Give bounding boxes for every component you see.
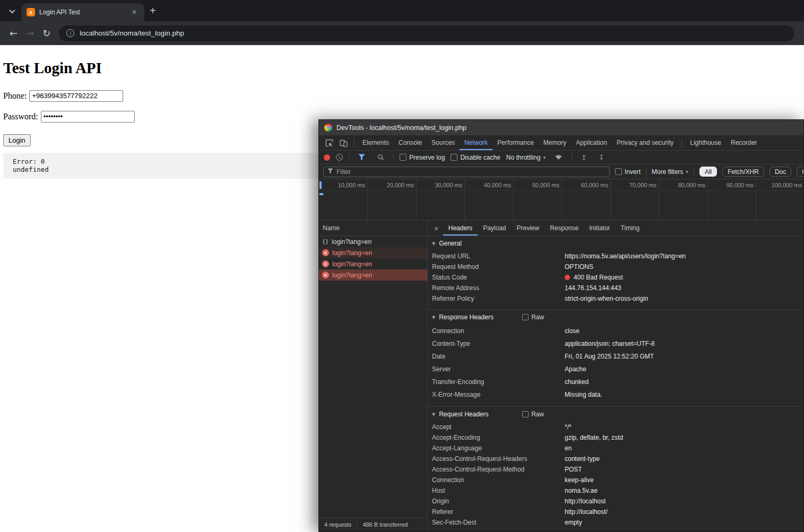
password-input[interactable]	[41, 111, 135, 123]
throttling-select[interactable]: No throttling ▾	[506, 154, 546, 161]
browser-tab[interactable]: x Login API Test ✕	[21, 3, 144, 21]
tab-title: Login API Test	[39, 8, 125, 16]
header-row: Referrer Policy strict-origin-when-cross…	[428, 293, 803, 304]
detail-tab-preview[interactable]: Preview	[512, 221, 545, 236]
section-general-header[interactable]: ▼ General	[428, 236, 803, 251]
timeline-tick: 50,000 ms	[532, 182, 561, 188]
request-row[interactable]: {} login?lang=en	[319, 236, 427, 247]
timeline-tick: 30,000 ms	[435, 182, 464, 188]
filter-chip-doc[interactable]: Doc	[770, 167, 791, 177]
section-response-headers-header[interactable]: ▼ Response Headers Raw	[428, 310, 803, 325]
tab-elements[interactable]: Elements	[358, 135, 394, 150]
response-raw-toggle[interactable]: Raw	[522, 313, 544, 321]
device-toolbar-icon[interactable]	[336, 139, 351, 147]
filter-input-box[interactable]	[323, 167, 610, 177]
detail-tab-payload[interactable]: Payload	[478, 221, 511, 236]
detail-tab-timing[interactable]: Timing	[616, 221, 645, 236]
detail-tab-headers[interactable]: Headers	[443, 221, 478, 236]
phone-label: Phone:	[3, 91, 27, 101]
forward-icon[interactable]: →	[26, 29, 34, 38]
tab-close-icon[interactable]: ✕	[129, 7, 139, 17]
divider	[646, 168, 646, 176]
filter-toggle-icon[interactable]	[355, 154, 368, 161]
divider	[572, 154, 572, 161]
devtools-window: DevTools - localhost/5v/noma/test_login.…	[318, 119, 804, 532]
new-tab-button[interactable]: +	[150, 5, 156, 17]
header-row: X-Error-Message Missing data.	[428, 388, 803, 401]
import-har-icon[interactable]: ↥	[578, 154, 590, 161]
site-info-icon[interactable]: i	[66, 29, 74, 37]
header-row: Referer http://localhost/	[428, 507, 803, 517]
requests-name-column-header[interactable]: Name	[319, 221, 427, 236]
network-conditions-icon[interactable]	[551, 154, 566, 160]
invert-toggle[interactable]: Invert	[615, 168, 641, 176]
tab-network[interactable]: Network	[460, 135, 492, 150]
phone-input[interactable]	[29, 90, 123, 102]
tab-recorder[interactable]: Recorder	[726, 135, 762, 150]
tab-performance[interactable]: Performance	[492, 135, 539, 150]
timeline-tick: 80,000 ms	[678, 182, 707, 188]
tab-memory[interactable]: Memory	[539, 135, 571, 150]
preserve-log-toggle[interactable]: Preserve log	[400, 154, 445, 161]
response-raw-checkbox[interactable]	[522, 314, 529, 320]
network-overview-timeline[interactable]: 10,000 ms 20,000 ms 30,000 ms 40,000 ms …	[319, 179, 803, 221]
clear-network-log-icon[interactable]	[336, 154, 343, 161]
divider	[349, 154, 349, 161]
address-bar[interactable]: i localhost/5v/noma/test_login.php	[59, 25, 794, 41]
tab-console[interactable]: Console	[394, 135, 427, 150]
chevron-down-icon: ▾	[686, 169, 688, 175]
json-doc-icon: {}	[322, 239, 328, 245]
tab-lighthouse[interactable]: Lighthouse	[685, 135, 726, 150]
detail-tab-initiator[interactable]: Initiator	[584, 221, 615, 236]
header-row: Request Method OPTIONS	[428, 261, 803, 272]
tab-search-button[interactable]	[5, 4, 19, 18]
devtools-titlebar[interactable]: DevTools - localhost/5v/noma/test_login.…	[319, 120, 803, 135]
network-main: Name {} login?lang=en × login?lang=en × …	[319, 221, 803, 531]
header-row: Remote Address 144.76.154.144:443	[428, 283, 803, 293]
timeline-tick: 100,000 ms	[772, 182, 803, 188]
tab-privacy-and-security[interactable]: Privacy and security	[612, 135, 678, 150]
header-row: Server Apache	[428, 363, 803, 376]
more-filters-dropdown[interactable]: More filters ▾	[652, 168, 688, 176]
disable-cache-checkbox[interactable]	[451, 154, 457, 161]
password-label: Password:	[3, 112, 38, 121]
detail-tab-response[interactable]: Response	[544, 221, 584, 236]
section-request-headers-header[interactable]: ▼ Request Headers Raw	[428, 407, 803, 422]
filter-chip-all[interactable]: All	[699, 167, 717, 177]
timeline-activity-marker	[319, 193, 323, 195]
search-icon[interactable]	[374, 154, 387, 161]
request-row[interactable]: × login?lang=en	[319, 258, 427, 269]
timeline-activity-marker	[319, 181, 322, 189]
request-raw-checkbox[interactable]	[522, 411, 529, 417]
disable-cache-toggle[interactable]: Disable cache	[451, 154, 500, 161]
header-row: Connection keep-alive	[428, 475, 803, 485]
header-row: Request URL https://noma.5v.ae/api/users…	[428, 251, 803, 261]
tab-sources[interactable]: Sources	[427, 135, 460, 150]
chevron-down-icon	[9, 7, 15, 13]
devtools-tab-bar: Elements Console Sources Network Perform…	[319, 135, 803, 151]
invert-checkbox[interactable]	[615, 168, 622, 175]
funnel-icon	[327, 168, 333, 176]
export-har-icon[interactable]: ↧	[595, 154, 607, 161]
back-icon[interactable]: ←	[10, 29, 18, 38]
xampp-favicon-icon: x	[27, 8, 35, 16]
header-row: Accept-Encoding gzip, deflate, br, zstd	[428, 432, 803, 443]
header-row: Sec-Fetch-Dest empty	[428, 517, 803, 528]
section-request-headers: ▼ Request Headers Raw Accept */* Accept-…	[428, 406, 803, 531]
record-icon[interactable]	[324, 154, 330, 161]
close-detail-icon[interactable]: ×	[430, 224, 443, 233]
request-raw-toggle[interactable]: Raw	[522, 411, 544, 418]
tab-application[interactable]: Application	[571, 135, 612, 150]
reload-icon[interactable]: ↻	[42, 29, 50, 38]
request-row-selected[interactable]: × login?lang=en	[319, 269, 427, 281]
login-button[interactable]: Login	[3, 134, 31, 146]
disclosure-triangle-icon: ▼	[432, 315, 435, 320]
filter-chip-css[interactable]: CSS	[797, 167, 803, 177]
preserve-log-checkbox[interactable]	[400, 154, 407, 161]
filter-input[interactable]	[336, 168, 606, 176]
timeline-tick: 10,000 ms	[338, 182, 367, 188]
browser-window: x Login API Test ✕ + ← → ↻ i localhost/5…	[0, 0, 804, 45]
inspect-element-icon[interactable]	[322, 139, 336, 147]
request-row[interactable]: × login?lang=en	[319, 247, 427, 258]
filter-chip-fetch-xhr[interactable]: Fetch/XHR	[722, 167, 764, 177]
